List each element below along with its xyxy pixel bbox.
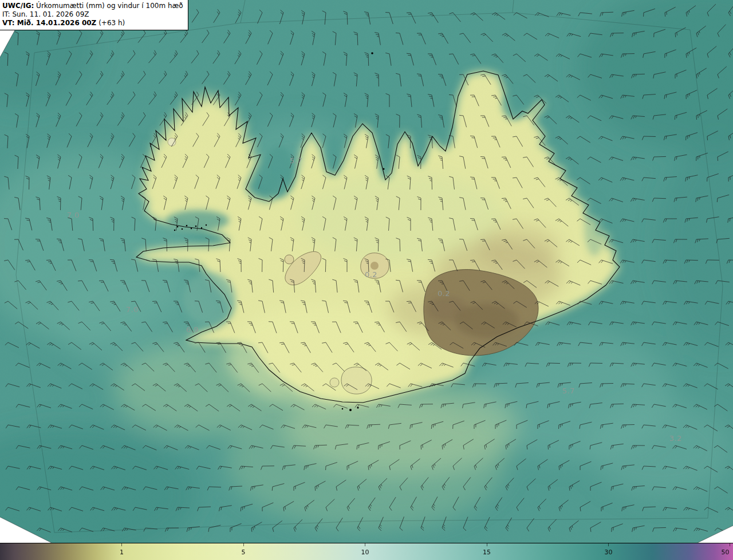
weather-map xyxy=(0,0,733,543)
product-title-line: UWC/IG: Úrkomumætti (mm) og vindur í 100… xyxy=(2,2,183,10)
colorbar-tick xyxy=(730,543,730,546)
colorbar-tick xyxy=(608,543,609,546)
init-time: IT: Sun. 11. 01. 2026 09Z xyxy=(2,10,183,19)
colorbar-tick-label: 30 xyxy=(604,548,612,555)
product-id: UWC/IG: xyxy=(2,2,34,10)
colorbar-tick xyxy=(121,543,122,546)
weather-map-app: 5.77.07.06.90.20.25.73.2 UWC/IG: Úrkomum… xyxy=(0,0,733,560)
colorbar-tick xyxy=(365,543,365,546)
colorbar-tick-label: 10 xyxy=(361,548,369,555)
colorbar: 1510153050 xyxy=(0,543,733,560)
valid-offset: (+63 h) xyxy=(96,19,125,27)
colorbar-tick-label: 1 xyxy=(120,548,124,555)
colorbar-tick xyxy=(243,543,244,546)
colorbar-tick-label: 50 xyxy=(722,548,730,555)
colorbar-tick xyxy=(487,543,487,546)
colorbar-tick-label: 5 xyxy=(241,548,245,555)
map-area: 5.77.07.06.90.20.25.73.2 UWC/IG: Úrkomum… xyxy=(0,0,733,543)
title-box: UWC/IG: Úrkomumætti (mm) og vindur í 100… xyxy=(0,0,188,30)
valid-time-line: VT: Mið. 14.01.2026 00Z (+63 h) xyxy=(2,19,183,27)
valid-time: VT: Mið. 14.01.2026 00Z xyxy=(2,19,96,27)
field-noise xyxy=(0,0,733,543)
product-title: Úrkomumætti (mm) og vindur í 100m hæð xyxy=(34,2,183,10)
colorbar-tick-label: 15 xyxy=(483,548,491,555)
